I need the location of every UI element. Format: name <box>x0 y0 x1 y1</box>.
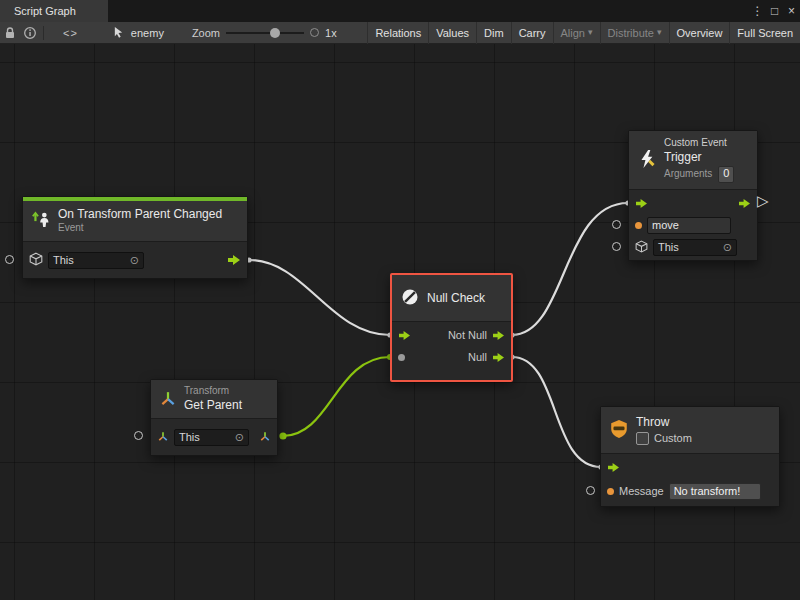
graph-canvas[interactable]: On Transform Parent Changed Event This ⊙ <box>0 44 800 600</box>
throw-message-port-circle[interactable] <box>586 486 595 495</box>
node-on-transform-parent-changed[interactable]: On Transform Parent Changed Event This ⊙ <box>22 196 248 279</box>
throw-exception-icon <box>609 419 629 441</box>
node-get-parent[interactable]: Transform Get Parent This ⊙ <box>150 379 278 456</box>
wire-notnull-to-customevent[interactable] <box>512 203 628 335</box>
node-null-check[interactable]: Null Check Not Null Null <box>390 273 513 382</box>
toolbar-separator <box>43 26 44 40</box>
this-target-field[interactable]: This ⊙ <box>653 239 737 256</box>
graph-name-label: enemy <box>131 27 164 39</box>
null-output-arrow-icon[interactable] <box>492 352 505 363</box>
window-menu-icon[interactable]: ⋮ <box>749 0 766 22</box>
info-icon[interactable] <box>20 22 40 44</box>
port-row-not-null: Not Null <box>392 324 511 346</box>
tab-script-graph[interactable]: Script Graph <box>0 0 108 22</box>
node-header: Null Check <box>392 275 511 321</box>
dim-button[interactable]: Dim <box>476 22 511 44</box>
distribute-button[interactable]: Distribute▾ <box>600 22 669 44</box>
value-input-port-dot[interactable] <box>398 354 405 361</box>
arguments-count-field[interactable]: 0 <box>718 166 734 183</box>
zoom-slider[interactable] <box>226 28 304 38</box>
customevent-name-port-circle[interactable] <box>612 220 621 229</box>
object-picker-icon[interactable]: ⊙ <box>235 431 244 444</box>
not-null-port-label: Not Null <box>448 329 487 341</box>
not-null-output-arrow-icon[interactable] <box>492 330 505 341</box>
wire-null-to-throw[interactable] <box>512 357 601 467</box>
this-target-field[interactable]: This ⊙ <box>174 429 249 446</box>
window-close-icon[interactable]: × <box>783 0 800 22</box>
wire-endpoint-green <box>279 432 286 439</box>
port-row-this: This ⊙ <box>629 236 757 258</box>
overview-button[interactable]: Overview <box>669 22 730 44</box>
port-row-control <box>601 456 779 478</box>
node-custom-event-trigger[interactable]: Custom Event Trigger Arguments 0 <box>628 130 758 261</box>
zoom-label: Zoom <box>192 27 220 39</box>
getparent-this-port-circle[interactable] <box>134 431 143 440</box>
port-row-this: This ⊙ <box>151 421 277 453</box>
code-view-icon[interactable]: <> <box>63 27 78 39</box>
node-category: Transform <box>184 385 242 398</box>
port-row-null: Null <box>392 346 511 368</box>
toolbar-buttons: Relations Values Dim Carry Align▾ Distri… <box>367 22 800 44</box>
graph-asset-icon <box>112 22 126 44</box>
relations-button[interactable]: Relations <box>367 22 428 44</box>
null-check-icon <box>400 287 420 309</box>
carry-button[interactable]: Carry <box>511 22 553 44</box>
distribute-label: Distribute <box>608 27 654 39</box>
window-maximize-icon[interactable]: □ <box>766 0 783 22</box>
zoom-reset-dot[interactable] <box>310 28 319 37</box>
string-input-port-dot[interactable] <box>607 488 614 495</box>
event-name-field[interactable]: move <box>647 217 731 234</box>
customevent-this-port-circle[interactable] <box>612 242 621 251</box>
graph-toolbar: <> enemy Zoom 1x Relations Values Dim Ca… <box>0 22 800 44</box>
tab-bar-spacer <box>108 0 749 22</box>
this-target-value: This <box>179 431 200 443</box>
chevron-down-icon: ▾ <box>657 28 662 37</box>
full-screen-button[interactable]: Full Screen <box>729 22 800 44</box>
node-body: Message No transform! <box>601 453 779 506</box>
node-title: Null Check <box>427 291 485 305</box>
overview-label: Overview <box>677 27 723 39</box>
wire-getparent-to-nullcheck[interactable] <box>283 357 390 436</box>
custom-checkbox-label: Custom <box>654 432 692 446</box>
port-row-message: Message No transform! <box>601 478 779 504</box>
string-input-port-dot[interactable] <box>635 222 642 229</box>
zoom-slider-thumb[interactable] <box>270 28 280 38</box>
transform-parent-changed-icon <box>31 210 51 232</box>
align-label: Align <box>561 27 585 39</box>
control-input-arrow-icon[interactable] <box>398 330 411 341</box>
message-field[interactable]: No transform! <box>669 483 761 500</box>
control-input-arrow-icon[interactable] <box>635 198 648 209</box>
graph-name-group[interactable]: enemy <box>112 22 164 44</box>
arguments-label: Arguments <box>664 168 712 181</box>
transform-port-icon <box>157 430 169 444</box>
control-input-arrow-icon[interactable] <box>607 462 620 473</box>
chevron-down-icon: ▾ <box>588 28 593 37</box>
message-value: No transform! <box>674 485 741 497</box>
port-row-event-name: move <box>629 214 757 236</box>
dim-label: Dim <box>484 27 504 39</box>
continue-play-triangle-icon: ▷ <box>757 193 769 208</box>
control-output-arrow-icon[interactable] <box>227 254 241 266</box>
control-output-arrow-icon[interactable] <box>738 198 751 209</box>
custom-checkbox-row: Custom <box>636 432 692 446</box>
lock-icon[interactable] <box>0 22 20 44</box>
node-header: On Transform Parent Changed Event <box>23 201 247 241</box>
object-picker-icon[interactable]: ⊙ <box>130 254 139 267</box>
values-button[interactable]: Values <box>428 22 476 44</box>
wire-event-to-nullcheck[interactable] <box>249 260 390 335</box>
this-target-field[interactable]: This ⊙ <box>48 252 144 269</box>
object-picker-icon[interactable]: ⊙ <box>723 241 732 254</box>
null-port-label: Null <box>468 351 487 363</box>
align-button[interactable]: Align▾ <box>553 22 600 44</box>
custom-checkbox[interactable] <box>636 432 649 445</box>
node-throw[interactable]: Throw Custom Message No <box>600 406 780 507</box>
node-body: This ⊙ <box>151 418 277 455</box>
event-this-port-circle[interactable] <box>5 255 14 264</box>
full-screen-label: Full Screen <box>737 27 793 39</box>
port-row-control <box>629 192 757 214</box>
carry-label: Carry <box>519 27 546 39</box>
zoom-value: 1x <box>325 27 337 39</box>
port-row-this: This ⊙ <box>23 244 247 276</box>
transform-output-port-icon[interactable] <box>259 430 271 444</box>
zoom-slider-track[interactable] <box>226 32 304 34</box>
